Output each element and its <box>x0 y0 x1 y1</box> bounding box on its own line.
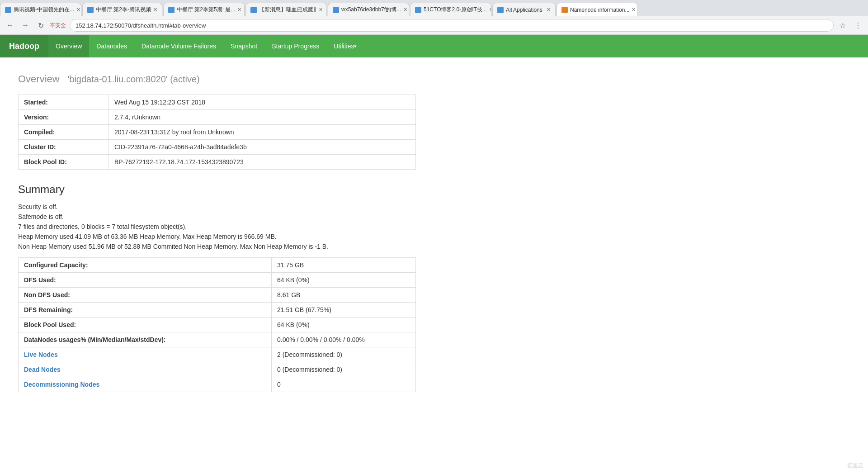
page-title: Overview 'bigdata-01.liu.com:8020' (acti… <box>18 71 524 85</box>
table-row: DFS Remaining: 21.51 GB (67.75%) <box>19 303 416 318</box>
tab-favicon-4 <box>333 7 339 13</box>
summary-label-0: Configured Capacity: <box>19 258 272 273</box>
table-row: Dead Nodes 0 (Decommissioned: 0) <box>19 362 416 377</box>
page-content: Overview 'bigdata-01.liu.com:8020' (acti… <box>0 57 868 474</box>
table-row: Block Pool Used: 64 KB (0%) <box>19 318 416 332</box>
bookmark-icon[interactable]: ☆ <box>836 19 849 32</box>
info-value-block-pool-id: BP-76272192-172.18.74.172-1534323890723 <box>109 155 416 170</box>
table-row: Decommissioning Nodes 0 <box>19 377 416 392</box>
summary-text-2: 7 files and directories, 0 blocks = 7 to… <box>18 223 524 230</box>
overview-title-text: Overview <box>18 73 60 85</box>
nav-snapshot[interactable]: Snapshot <box>223 35 264 57</box>
tab-label-0: 腾讯视频-中国领先的在... <box>14 6 74 14</box>
summary-text-3: Heap Memory used 41.09 MB of 63.36 MB He… <box>18 233 524 240</box>
info-label-compiled: Compiled: <box>19 125 109 140</box>
info-label-started: Started: <box>19 95 109 110</box>
tab-label-2: 中餐厅 第2季第5期: 最... <box>177 6 235 14</box>
table-row: DataNodes usages% (Min/Median/Max/stdDev… <box>19 332 416 347</box>
tab-close-3[interactable]: ✕ <box>316 7 323 13</box>
summary-title: Summary <box>18 183 524 196</box>
table-row: Cluster ID: CID-22391a76-72a0-4668-a24b-… <box>19 140 416 155</box>
table-row: Compiled: 2017-08-23T13:31Z by root from… <box>19 125 416 140</box>
tab-6[interactable]: All Applications ✕ <box>492 3 556 16</box>
tab-label-1: 中餐厅 第2季-腾讯视频 <box>96 6 151 14</box>
info-value-cluster-id: CID-22391a76-72a0-4668-a24b-3ad84adefe3b <box>109 140 416 155</box>
table-row: Live Nodes 2 (Decommissioned: 0) <box>19 347 416 362</box>
table-row: Version: 2.7.4, rUnknown <box>19 110 416 125</box>
table-row: Block Pool ID: BP-76272192-172.18.74.172… <box>19 155 416 170</box>
insecure-label[interactable]: 不安全 <box>50 22 66 29</box>
summary-label-3: DFS Remaining: <box>19 303 272 318</box>
menu-icon[interactable]: ⋮ <box>852 19 864 32</box>
table-row: Configured Capacity: 31.75 GB <box>19 258 416 273</box>
summary-table: Configured Capacity: 31.75 GB DFS Used: … <box>18 257 416 392</box>
tab-label-5: 51CTO博客2.0-原创IT技... <box>424 6 487 14</box>
tab-favicon-0 <box>5 7 11 13</box>
info-value-started: Wed Aug 15 19:12:23 CST 2018 <box>109 95 416 110</box>
tab-close-2[interactable]: ✕ <box>235 7 241 13</box>
main-content: Overview 'bigdata-01.liu.com:8020' (acti… <box>0 57 542 406</box>
dead-nodes-link[interactable]: Dead Nodes <box>24 366 61 373</box>
table-row: Started: Wed Aug 15 19:12:23 CST 2018 <box>19 95 416 110</box>
summary-label-1: DFS Used: <box>19 273 272 288</box>
tab-close-7[interactable]: ✕ <box>629 7 636 13</box>
tab-close-4[interactable]: ✕ <box>401 7 407 13</box>
live-nodes-link[interactable]: Live Nodes <box>24 351 58 358</box>
tab-1[interactable]: 中餐厅 第2季-腾讯视频 ✕ <box>82 3 162 16</box>
summary-label-2: Non DFS Used: <box>19 288 272 303</box>
browser-chrome: 腾讯视频-中国领先的在... ✕ 中餐厅 第2季-腾讯视频 ✕ 中餐厅 第2季第… <box>0 0 868 35</box>
forward-button[interactable]: → <box>19 19 32 32</box>
summary-value-3: 21.51 GB (67.75%) <box>272 303 416 318</box>
summary-label-4: Block Pool Used: <box>19 318 272 332</box>
tab-label-7: Namenode information... <box>570 7 629 13</box>
summary-text-4: Non Heap Memory used 51.96 MB of 52.88 M… <box>18 243 524 250</box>
tab-favicon-6 <box>497 7 504 13</box>
summary-text-0: Security is off. <box>18 203 524 210</box>
tab-close-1[interactable]: ✕ <box>151 7 157 13</box>
nav-startup-progress[interactable]: Startup Progress <box>264 35 326 57</box>
nav-overview[interactable]: Overview <box>48 35 89 57</box>
tab-4[interactable]: wx5ab76de3dbb7f的博... ✕ <box>328 3 409 16</box>
watermark: 亿速云 <box>847 462 863 469</box>
tab-close-6[interactable]: ✕ <box>544 7 551 13</box>
back-button[interactable]: ← <box>4 19 16 32</box>
tab-favicon-2 <box>168 7 175 13</box>
info-value-compiled: 2017-08-23T13:31Z by root from Unknown <box>109 125 416 140</box>
summary-value-2: 8.61 GB <box>272 288 416 303</box>
tab-7[interactable]: Namenode information... ✕ <box>557 3 638 16</box>
summary-value-8: 0 <box>272 377 416 392</box>
decommissioning-nodes-link[interactable]: Decommissioning Nodes <box>24 381 99 388</box>
tab-label-3: 【新消息】嗤血已成魔∥ <box>259 6 316 14</box>
tab-5[interactable]: 51CTO博客2.0-原创IT技... ✕ <box>410 3 491 16</box>
address-input[interactable] <box>70 19 834 32</box>
info-label-version: Version: <box>19 110 109 125</box>
hadoop-navbar: Hadoop Overview Datanodes Datanode Volum… <box>0 35 868 57</box>
summary-value-1: 64 KB (0%) <box>272 273 416 288</box>
summary-value-6: 2 (Decommissioned: 0) <box>272 347 416 362</box>
table-row: DFS Used: 64 KB (0%) <box>19 273 416 288</box>
tab-favicon-3 <box>250 7 257 13</box>
summary-value-4: 64 KB (0%) <box>272 318 416 332</box>
summary-label-8[interactable]: Decommissioning Nodes <box>19 377 272 392</box>
summary-value-5: 0.00% / 0.00% / 0.00% / 0.00% <box>272 332 416 347</box>
tab-close-5[interactable]: ✕ <box>487 7 491 13</box>
nav-datanodes[interactable]: Datanodes <box>89 35 134 57</box>
tab-label-6: All Applications <box>506 7 542 13</box>
summary-label-5: DataNodes usages% (Min/Median/Max/stdDev… <box>19 332 272 347</box>
summary-value-0: 31.75 GB <box>272 258 416 273</box>
tab-close-0[interactable]: ✕ <box>74 7 80 13</box>
summary-label-7[interactable]: Dead Nodes <box>19 362 272 377</box>
summary-value-7: 0 (Decommissioned: 0) <box>272 362 416 377</box>
hadoop-brand[interactable]: Hadoop <box>0 35 48 57</box>
address-bar-row: ← → ↻ 不安全 ☆ ⋮ <box>0 16 868 34</box>
nav-datanode-volume-failures[interactable]: Datanode Volume Failures <box>134 35 223 57</box>
summary-texts: Security is off. Safemode is off. 7 file… <box>18 203 524 250</box>
tab-bar: 腾讯视频-中国领先的在... ✕ 中餐厅 第2季-腾讯视频 ✕ 中餐厅 第2季第… <box>0 0 868 16</box>
reload-button[interactable]: ↻ <box>34 19 47 32</box>
tab-0[interactable]: 腾讯视频-中国领先的在... ✕ <box>0 3 81 16</box>
summary-label-6[interactable]: Live Nodes <box>19 347 272 362</box>
nav-utilities[interactable]: Utilities <box>326 35 364 57</box>
tab-2[interactable]: 中餐厅 第2季第5期: 最... ✕ <box>163 3 245 16</box>
overview-subtitle-text: 'bigdata-01.liu.com:8020' (active) <box>67 74 199 84</box>
tab-3[interactable]: 【新消息】嗤血已成魔∥ ✕ <box>245 3 327 16</box>
